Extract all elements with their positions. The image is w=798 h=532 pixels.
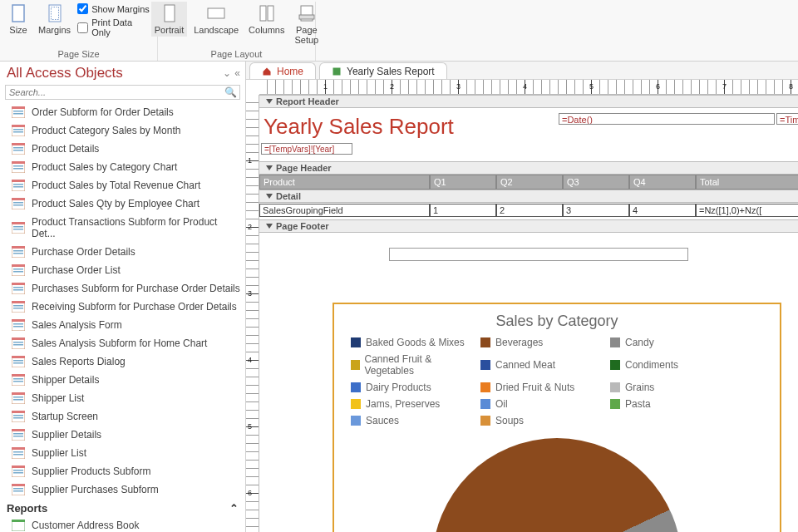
landscape-button[interactable]: Landscape bbox=[190, 2, 242, 37]
svg-rect-24 bbox=[13, 168, 23, 170]
svg-rect-31 bbox=[13, 202, 23, 204]
navigation-pane: All Access Objects ⌄ « 🔍 Order Subform f… bbox=[0, 62, 246, 532]
report-canvas[interactable]: Report Header Yearly Sales Report =Date(… bbox=[259, 95, 798, 532]
show-margins-checkbox[interactable]: Show Margins bbox=[77, 3, 152, 14]
svg-rect-4 bbox=[208, 8, 224, 18]
legend-item: Candy bbox=[610, 337, 728, 348]
nav-dropdown-icon[interactable]: ⌄ bbox=[223, 67, 231, 79]
svg-rect-12 bbox=[13, 113, 23, 115]
page-number-control[interactable] bbox=[389, 248, 688, 261]
nav-title[interactable]: All Access Objects bbox=[7, 65, 123, 81]
nav-item-15[interactable]: Shipper List bbox=[0, 389, 245, 407]
print-data-only-checkbox[interactable]: Print Data Only bbox=[77, 17, 152, 37]
header-q4[interactable]: Q4 bbox=[629, 175, 696, 190]
svg-rect-92 bbox=[13, 490, 23, 492]
nav-item-19[interactable]: Supplier Products Subform bbox=[0, 462, 245, 480]
nav-item-1[interactable]: Product Category Sales by Month bbox=[0, 121, 245, 140]
section-page-header[interactable]: Page Header bbox=[259, 161, 798, 175]
nav-item-5[interactable]: Product Sales Qty by Employee Chart bbox=[0, 195, 245, 213]
svg-rect-75 bbox=[13, 415, 23, 416]
section-page-footer[interactable]: Page Footer bbox=[259, 219, 798, 233]
header-q3[interactable]: Q3 bbox=[563, 175, 629, 190]
nav-item-0[interactable]: Order Subform for Order Details bbox=[0, 103, 245, 121]
legend-item: Baked Goods & Mixes bbox=[351, 337, 469, 348]
svg-rect-51 bbox=[13, 305, 23, 307]
search-icon[interactable]: 🔍 bbox=[224, 86, 237, 98]
nav-item-18[interactable]: Supplier List bbox=[0, 444, 245, 462]
svg-rect-72 bbox=[13, 399, 23, 401]
legend-item: Beverages bbox=[480, 337, 598, 348]
tempvars-control[interactable]: =[TempVars]![Year] bbox=[261, 143, 352, 155]
legend-item: Dairy Products bbox=[351, 382, 469, 393]
chart-sales-by-category[interactable]: Sales by Category Baked Goods & MixesBev… bbox=[332, 303, 781, 532]
detail-field[interactable]: SalesGroupingField bbox=[259, 204, 430, 217]
nav-item-7[interactable]: Purchase Order Details bbox=[0, 243, 245, 261]
svg-rect-71 bbox=[13, 397, 23, 398]
detail-c4[interactable]: 4 bbox=[629, 204, 696, 217]
nav-item-9[interactable]: Purchases Subform for Purchase Order Det… bbox=[0, 279, 245, 298]
svg-rect-58 bbox=[12, 337, 25, 340]
detail-c3[interactable]: 3 bbox=[563, 204, 629, 217]
nav-item-8[interactable]: Purchase Order List bbox=[0, 261, 245, 279]
svg-rect-23 bbox=[13, 165, 23, 167]
header-q2[interactable]: Q2 bbox=[496, 175, 563, 190]
document-tabs: Home Yearly Sales Report bbox=[246, 62, 798, 80]
size-button[interactable]: Size bbox=[5, 2, 32, 37]
svg-rect-19 bbox=[13, 147, 23, 149]
ribbon: Size Margins Show Margins Print Data Onl… bbox=[0, 0, 798, 62]
svg-rect-48 bbox=[13, 289, 23, 291]
portrait-button[interactable]: Portrait bbox=[151, 2, 187, 37]
chart-legend: Baked Goods & MixesBeveragesCandyCanned … bbox=[334, 337, 780, 426]
nav-collapse-icon[interactable]: « bbox=[234, 67, 240, 79]
nav-item-3[interactable]: Product Sales by Category Chart bbox=[0, 158, 245, 176]
svg-rect-5 bbox=[260, 6, 266, 21]
nav-item-6[interactable]: Product Transactions Subform for Product… bbox=[0, 213, 245, 243]
search-input[interactable] bbox=[5, 85, 240, 100]
nav-item-12[interactable]: Sales Analysis Subform for Home Chart bbox=[0, 334, 245, 352]
svg-rect-60 bbox=[13, 344, 23, 346]
svg-rect-15 bbox=[13, 129, 23, 131]
section-report-header[interactable]: Report Header bbox=[259, 95, 798, 108]
portrait-label: Portrait bbox=[155, 25, 184, 35]
svg-rect-20 bbox=[13, 150, 23, 151]
section-detail[interactable]: Detail bbox=[259, 190, 798, 203]
detail-c1[interactable]: 1 bbox=[430, 204, 496, 217]
svg-rect-79 bbox=[13, 433, 23, 435]
nav-item-4[interactable]: Product Sales by Total Revenue Chart bbox=[0, 176, 245, 195]
svg-rect-18 bbox=[12, 143, 25, 145]
tab-yearly-sales-report[interactable]: Yearly Sales Report bbox=[319, 62, 447, 79]
nav-item-14[interactable]: Shipper Details bbox=[0, 371, 245, 389]
nav-item-20[interactable]: Supplier Purchases Subform bbox=[0, 480, 245, 499]
date-control[interactable]: =Date() bbox=[559, 113, 775, 125]
header-total[interactable]: Total bbox=[696, 175, 798, 190]
detail-total[interactable]: =Nz([1],0)+Nz([ bbox=[696, 204, 798, 217]
header-product[interactable]: Product bbox=[259, 175, 430, 190]
tab-home[interactable]: Home bbox=[249, 62, 316, 79]
report-title-control[interactable]: Yearly Sales Report bbox=[261, 113, 544, 140]
nav-item-2[interactable]: Product Details bbox=[0, 140, 245, 158]
detail-c2[interactable]: 2 bbox=[496, 204, 563, 217]
svg-rect-6 bbox=[268, 6, 273, 21]
time-control[interactable]: =Time() bbox=[776, 113, 798, 125]
header-q1[interactable]: Q1 bbox=[430, 175, 496, 190]
margins-label: Margins bbox=[38, 25, 71, 35]
svg-rect-52 bbox=[13, 308, 23, 309]
nav-item-report-0[interactable]: Customer Address Book bbox=[0, 516, 245, 532]
svg-rect-44 bbox=[13, 271, 23, 273]
nav-item-10[interactable]: Receiving Subform for Purchase Order Det… bbox=[0, 298, 245, 316]
columns-label: Columns bbox=[249, 25, 284, 35]
svg-rect-76 bbox=[13, 417, 23, 419]
page-setup-button[interactable]: Page Setup bbox=[291, 2, 322, 47]
columns-button[interactable]: Columns bbox=[245, 2, 288, 37]
nav-item-16[interactable]: Startup Screen bbox=[0, 407, 245, 426]
svg-rect-70 bbox=[12, 392, 25, 395]
legend-item: Dried Fruit & Nuts bbox=[480, 382, 598, 393]
nav-item-13[interactable]: Sales Reports Dialog bbox=[0, 352, 245, 371]
margins-button[interactable]: Margins bbox=[35, 2, 74, 37]
nav-item-11[interactable]: Sales Analysis Form bbox=[0, 316, 245, 334]
svg-rect-50 bbox=[12, 301, 25, 303]
legend-item: Sauces bbox=[351, 415, 469, 426]
nav-section-reports[interactable]: Reports⌃ bbox=[0, 499, 245, 516]
svg-rect-28 bbox=[13, 186, 23, 188]
nav-item-17[interactable]: Supplier Details bbox=[0, 426, 245, 444]
